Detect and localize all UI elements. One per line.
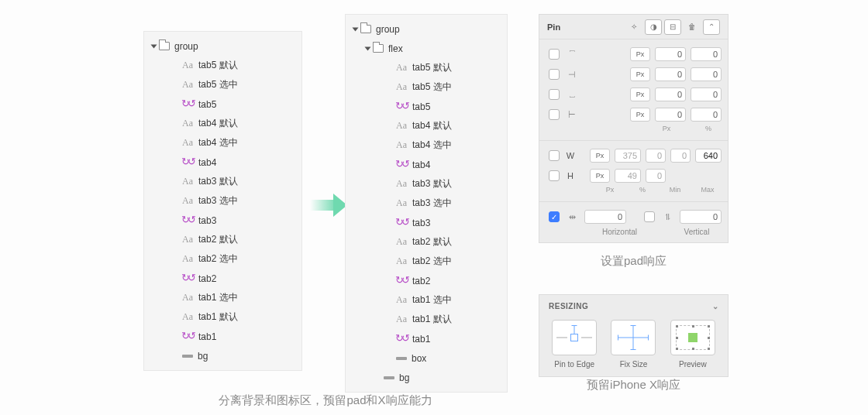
chevron-down-icon: ⌄ <box>712 302 719 310</box>
tree-item[interactable]: Aatab4 选中 <box>144 133 301 153</box>
tree-item[interactable]: Aatab2 选中 <box>144 249 301 269</box>
tree-item[interactable]: Aatab5 选中 <box>144 75 301 94</box>
text-icon: Aa <box>181 311 194 323</box>
artboard-icon: ↻↺ <box>395 274 408 286</box>
constraints-mode-icon[interactable]: ✧ <box>625 19 642 35</box>
height-pct-input[interactable]: 0 <box>646 169 666 183</box>
edge-pct-input[interactable]: 0 <box>691 47 722 61</box>
center-v-input[interactable]: 0 <box>680 210 722 224</box>
px-unit-badge[interactable]: Px <box>630 87 650 101</box>
tree-item[interactable]: ↻↺tab3 <box>144 211 301 230</box>
tree-item-label: tab3 默认 <box>412 177 452 190</box>
tree-item[interactable]: Aatab5 默认 <box>144 56 301 75</box>
checkbox[interactable] <box>549 69 560 80</box>
tree-group-row[interactable]: group <box>144 36 301 56</box>
tree-item[interactable]: Aatab3 默认 <box>144 172 301 191</box>
rect-icon <box>182 355 193 358</box>
tree-item[interactable]: ↻↺tab2 <box>346 271 507 290</box>
px-unit-badge[interactable]: Px <box>630 47 650 61</box>
trash-icon[interactable]: 🗑 <box>684 19 701 35</box>
align-center-icon[interactable]: ◑ <box>645 19 662 35</box>
tree-item[interactable]: Aatab4 默认 <box>144 114 301 133</box>
edge-px-input[interactable]: 0 <box>655 108 686 122</box>
px-unit-badge[interactable]: Px <box>590 169 610 183</box>
tree-item-label: bg <box>399 372 409 383</box>
fix-size-cell[interactable]: Fix Size <box>608 320 659 369</box>
center-h-icon: ⇹ <box>564 212 580 222</box>
center-h-input[interactable]: 0 <box>584 210 626 224</box>
tree-item-label: tab4 选中 <box>198 136 238 149</box>
tree-item[interactable]: ↻↺tab4 <box>144 153 301 172</box>
edge-pct-input[interactable]: 0 <box>691 87 722 101</box>
tree-item[interactable]: Aatab3 选中 <box>346 194 507 213</box>
checkbox[interactable] <box>549 170 560 181</box>
caption-text: 预留iPhone X响应 <box>539 378 728 393</box>
chevron-down-icon[interactable] <box>151 44 157 48</box>
tree-group-row[interactable]: flex <box>346 39 507 58</box>
chevron-down-icon[interactable] <box>353 27 359 31</box>
tree-item[interactable]: ↻↺tab1 <box>346 329 507 348</box>
pin-header: Pin ✧ ◑ ⊟ 🗑 ⌃ <box>539 15 728 39</box>
align-middle-icon[interactable]: ⊟ <box>664 19 681 35</box>
tree-item[interactable]: Aatab2 默认 <box>346 232 507 252</box>
text-icon: Aa <box>395 197 408 209</box>
text-icon: Aa <box>395 62 408 74</box>
width-max-input[interactable]: 640 <box>695 149 722 163</box>
checkbox[interactable] <box>644 211 655 222</box>
tree-item[interactable]: ↻↺tab4 <box>346 155 507 174</box>
height-px-input[interactable]: 49 <box>615 169 641 183</box>
checkbox[interactable] <box>549 109 560 120</box>
text-icon: Aa <box>395 120 408 132</box>
checkbox[interactable] <box>549 49 560 60</box>
edge-px-input[interactable]: 0 <box>655 87 686 101</box>
tree-item-label: tab3 选中 <box>198 194 238 208</box>
px-unit-badge[interactable]: Px <box>590 149 610 163</box>
resizing-header[interactable]: RESIZING ⌄ <box>539 295 728 317</box>
resizing-panel: RESIZING ⌄ Pin to Edge Fix Size <box>539 294 728 377</box>
tree-item[interactable]: Aatab2 默认 <box>144 230 301 249</box>
tree-item[interactable]: ↻↺tab3 <box>346 213 507 232</box>
edge-icon: ⎴ <box>564 50 580 59</box>
tree-item[interactable]: Aatab5 默认 <box>346 58 507 77</box>
height-label: H <box>564 171 577 180</box>
tree-item[interactable]: Aatab1 选中 <box>346 290 507 310</box>
checkbox-checked[interactable]: ✓ <box>549 211 560 222</box>
tree-item-label: tab5 默认 <box>412 61 452 74</box>
text-icon: Aa <box>395 314 408 325</box>
tree-item[interactable]: bg <box>144 346 301 365</box>
checkbox[interactable] <box>549 150 560 161</box>
edge-px-input[interactable]: 0 <box>655 47 686 61</box>
edge-px-input[interactable]: 0 <box>655 67 686 81</box>
width-pct-input[interactable]: 0 <box>646 149 666 163</box>
px-unit-badge[interactable]: Px <box>630 108 650 122</box>
preview-cell[interactable]: Preview <box>667 320 718 369</box>
tree-item[interactable]: Aatab1 选中 <box>144 288 301 307</box>
tree-item[interactable]: Aatab1 默认 <box>346 310 507 329</box>
tree-item[interactable]: Aatab1 默认 <box>144 307 301 327</box>
pin-to-edge-cell[interactable]: Pin to Edge <box>549 320 600 369</box>
tree-item[interactable]: ↻↺tab5 <box>144 94 301 114</box>
chevron-up-icon[interactable]: ⌃ <box>703 19 720 35</box>
checkbox[interactable] <box>549 89 560 100</box>
tree-item[interactable]: Aatab3 默认 <box>346 174 507 194</box>
tree-item[interactable]: Aatab4 默认 <box>346 116 507 135</box>
edge-pct-input[interactable]: 0 <box>691 67 722 81</box>
width-px-input[interactable]: 375 <box>615 149 641 163</box>
tree-item[interactable]: ↻↺tab2 <box>144 269 301 288</box>
tree-item[interactable]: Aatab4 选中 <box>346 135 507 155</box>
px-unit-badge[interactable]: Px <box>630 67 650 81</box>
tree-item[interactable]: ↻↺tab1 <box>144 327 301 346</box>
tree-item[interactable]: Aatab3 选中 <box>144 191 301 211</box>
tree-item[interactable]: bg <box>346 368 507 387</box>
tree-item[interactable]: Aatab2 选中 <box>346 252 507 271</box>
tree-item[interactable]: ↻↺tab5 <box>346 97 507 116</box>
center-v-icon: ⥮ <box>660 212 675 222</box>
tree-item[interactable]: Aatab5 选中 <box>346 77 507 97</box>
tree-group-row[interactable]: group <box>346 19 507 39</box>
tree-item[interactable]: box <box>346 348 507 368</box>
edge-pct-input[interactable]: 0 <box>691 108 722 122</box>
chevron-down-icon[interactable] <box>365 46 371 50</box>
tree-item-label: tab2 <box>412 276 430 286</box>
tree-item-label: tab1 选中 <box>198 291 238 304</box>
width-min-input[interactable]: 0 <box>670 149 691 163</box>
